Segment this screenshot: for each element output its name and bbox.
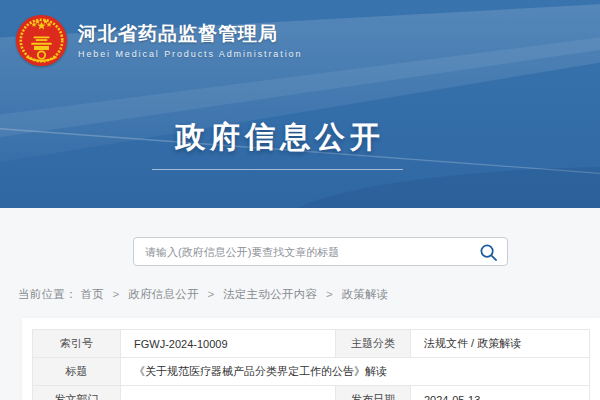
field-value-title: 《关于规范医疗器械产品分类界定工作的公告》解读 — [121, 358, 590, 386]
breadcrumb: 当前位置： 首页 > 政府信息公开 > 法定主动公开内容 > 政策解读 — [18, 287, 389, 302]
breadcrumb-item-home[interactable]: 首页 — [81, 288, 105, 300]
search-button[interactable] — [479, 243, 498, 262]
field-label-issuing-department: 发文部门 — [33, 386, 121, 400]
table-row-department: 发文部门 发布日期 2024-05-13 — [33, 386, 590, 400]
org-name-en: Hebei Medical Products Administration — [78, 49, 302, 59]
title-underline — [152, 169, 403, 170]
org-name-cn: 河北省药品监督管理局 — [78, 23, 302, 45]
breadcrumb-separator: > — [207, 288, 214, 300]
field-label-index-number: 索引号 — [33, 330, 121, 358]
breadcrumb-prefix: 当前位置： — [18, 288, 77, 300]
national-emblem-icon — [15, 14, 68, 67]
search-bar — [133, 237, 508, 266]
search-input[interactable] — [134, 238, 507, 265]
field-label-publish-date: 发布日期 — [336, 386, 411, 400]
field-label-title: 标题 — [33, 358, 121, 386]
field-label-topic-category: 主题分类 — [336, 330, 411, 358]
field-value-topic-category: 法规文件 / 政策解读 — [411, 330, 590, 358]
field-value-issuing-department — [121, 386, 336, 400]
banner-wave-decoration — [280, 166, 600, 208]
breadcrumb-item-policy-interpretation[interactable]: 政策解读 — [341, 288, 388, 300]
breadcrumb-separator: > — [326, 288, 333, 300]
table-row-index: 索引号 FGWJ-2024-10009 主题分类 法规文件 / 政策解读 — [33, 330, 590, 358]
site-logo[interactable]: 河北省药品监督管理局 Hebei Medical Products Admini… — [15, 14, 302, 67]
page-banner: 河北省药品监督管理局 Hebei Medical Products Admini… — [0, 0, 600, 208]
document-info-card: 索引号 FGWJ-2024-10009 主题分类 法规文件 / 政策解读 标题 … — [22, 318, 600, 400]
page-title: 政府信息公开 — [0, 117, 560, 158]
breadcrumb-separator: > — [113, 288, 120, 300]
search-icon — [479, 243, 498, 262]
field-value-index-number: FGWJ-2024-10009 — [121, 330, 336, 358]
org-name-block: 河北省药品监督管理局 Hebei Medical Products Admini… — [78, 23, 302, 59]
breadcrumb-item-disclosure[interactable]: 法定主动公开内容 — [223, 288, 317, 300]
page: 河北省药品监督管理局 Hebei Medical Products Admini… — [0, 0, 600, 400]
field-value-publish-date: 2024-05-13 — [411, 386, 590, 400]
document-info-table: 索引号 FGWJ-2024-10009 主题分类 法规文件 / 政策解读 标题 … — [32, 329, 590, 400]
breadcrumb-item-gov-info[interactable]: 政府信息公开 — [128, 288, 199, 300]
table-row-title: 标题 《关于规范医疗器械产品分类界定工作的公告》解读 — [33, 358, 590, 386]
